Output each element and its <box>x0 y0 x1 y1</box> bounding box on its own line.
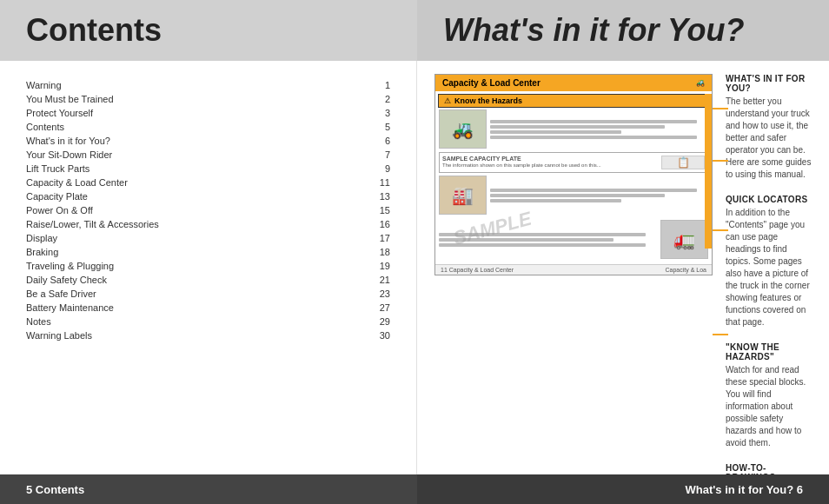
toc-page: 7 <box>317 148 390 162</box>
main-content: Warning 1 You Must be Trained 2 Protect … <box>0 61 829 474</box>
preview-footer: 11 Capacity & Load Center Capacity & Loa <box>435 264 712 275</box>
toc-label: Battery Maintenance <box>26 301 317 315</box>
know-hazards-heading: "KNOW THE HAZARDS" <box>726 342 812 361</box>
toc-row: Contents 5 <box>26 120 390 134</box>
preview-lines-1 <box>490 109 708 149</box>
toc-label: Traveling & Plugging <box>26 259 317 273</box>
whats-in-it-text: The better you understand your truck and… <box>726 96 812 181</box>
toc-label: Warning Labels <box>26 328 317 342</box>
toc-row: Daily Safety Check 21 <box>26 273 390 287</box>
sample-plate: SAMPLE CAPACITY PLATE The information sh… <box>439 152 708 173</box>
toc-page: 30 <box>317 328 390 342</box>
toc-label: Braking <box>26 245 317 259</box>
toc-page: 11 <box>317 176 390 189</box>
text-line <box>490 194 665 197</box>
preview-image-3: 🚛 <box>660 220 708 259</box>
toc-label: What's in it for You? <box>26 134 317 148</box>
forklift-img-1: 🚜 <box>452 119 474 140</box>
toc-page: 17 <box>317 231 390 245</box>
toc-table: Warning 1 You Must be Trained 2 Protect … <box>26 78 390 342</box>
toc-page: 5 <box>317 120 390 134</box>
hazard-label: Know the Hazards <box>454 96 522 105</box>
preview-title: Capacity & Load Center <box>442 78 541 88</box>
toc-panel: Warning 1 You Must be Trained 2 Protect … <box>0 61 417 474</box>
toc-label: Capacity Plate <box>26 189 317 203</box>
toc-row: Lift Truck Parts 9 <box>26 162 390 176</box>
know-hazards-text: Watch for and read these special blocks.… <box>726 364 812 449</box>
page-header: Contents What's in it for You? <box>0 0 829 61</box>
toc-label: Capacity & Load Center <box>26 176 317 189</box>
toc-page: 18 <box>317 245 390 259</box>
preview-image-2: 🏭 <box>439 176 487 215</box>
footer-right: What's in it for You? 6 <box>417 474 829 504</box>
toc-row: Notes 29 <box>26 315 390 328</box>
footer-left: 5 Contents <box>0 474 417 504</box>
toc-row: Protect Yourself 3 <box>26 106 390 120</box>
toc-label: Display <box>26 231 317 245</box>
toc-page: 16 <box>317 217 390 231</box>
toc-page: 29 <box>317 315 390 328</box>
forklift-img-3: 🚛 <box>673 229 695 250</box>
toc-page: 27 <box>317 301 390 315</box>
descriptions-panel: WHAT'S IN IT FOR YOU? The better you und… <box>726 74 812 461</box>
toc-label: Raise/Lower, Tilt & Accessories <box>26 217 317 231</box>
text-line <box>490 199 621 202</box>
text-line <box>490 120 697 123</box>
toc-page: 13 <box>317 189 390 203</box>
toc-row: Braking 18 <box>26 245 390 259</box>
preview-header: Capacity & Load Center 🚜 <box>435 75 712 91</box>
how-to-drawings-heading: HOW-TO-DRAWINGS <box>726 463 812 474</box>
text-line <box>490 130 621 134</box>
forklift-img-2: 🏭 <box>452 185 474 206</box>
toc-label: Protect Yourself <box>26 106 317 120</box>
text-line <box>490 189 697 192</box>
toc-row: Traveling & Plugging 19 <box>26 259 390 273</box>
whats-in-it-title: What's in it for You? <box>443 12 745 49</box>
toc-label: Lift Truck Parts <box>26 162 317 176</box>
preview-row-1: 🚜 <box>435 109 712 149</box>
toc-row: Warning 1 <box>26 78 390 92</box>
toc-page: 21 <box>317 273 390 287</box>
contents-title: Contents <box>26 12 162 49</box>
know-hazards-section: "KNOW THE HAZARDS" Watch for and read th… <box>726 342 812 449</box>
toc-page: 23 <box>317 287 390 301</box>
toc-page: 15 <box>317 203 390 217</box>
toc-row: What's in it for You? 6 <box>26 134 390 148</box>
toc-page: 9 <box>317 162 390 176</box>
text-line <box>490 125 665 129</box>
toc-page: 1 <box>317 78 390 92</box>
toc-page: 3 <box>317 106 390 120</box>
toc-page: 6 <box>317 134 390 148</box>
preview-image-1: 🚜 <box>439 109 487 149</box>
preview-row-2: 🏭 <box>435 176 712 215</box>
toc-row: Capacity & Load Center 11 <box>26 176 390 189</box>
footer-left-label: 5 Contents <box>26 483 84 496</box>
whats-in-it-section: WHAT'S IN IT FOR YOU? The better you und… <box>726 74 812 181</box>
footer-right-label: What's in it for You? 6 <box>686 483 804 496</box>
toc-row: Power On & Off 15 <box>26 203 390 217</box>
whats-in-it-heading: WHAT'S IN IT FOR YOU? <box>726 74 812 93</box>
hazard-bar: ⚠ Know the Hazards <box>438 94 709 108</box>
page-preview-wrapper: Capacity & Load Center 🚜 ⚠ Know the Haza… <box>434 74 713 461</box>
toc-row: Raise/Lower, Tilt & Accessories 16 <box>26 217 390 231</box>
header-left: Contents <box>0 0 417 61</box>
toc-label: Warning <box>26 78 317 92</box>
how-to-drawings-section: HOW-TO-DRAWINGS On many pages you will f… <box>726 463 812 474</box>
header-right: What's in it for You? <box>417 0 829 61</box>
toc-row: Capacity Plate 13 <box>26 189 390 203</box>
toc-row: Your Sit-Down Rider 7 <box>26 148 390 162</box>
page-preview: Capacity & Load Center 🚜 ⚠ Know the Haza… <box>434 74 713 275</box>
toc-label: Be a Safe Driver <box>26 287 317 301</box>
quick-locators-text: In addition to the "Contents" page you c… <box>726 207 812 328</box>
plate-image: 📋 <box>661 156 705 169</box>
footer-right-text: Capacity & Loa <box>666 267 706 273</box>
toc-label: Power On & Off <box>26 203 317 217</box>
toc-label: Your Sit-Down Rider <box>26 148 317 162</box>
toc-row: Be a Safe Driver 23 <box>26 287 390 301</box>
quick-locators-heading: QUICK LOCATORS <box>726 195 812 204</box>
toc-label: Contents <box>26 120 317 134</box>
toc-label: Notes <box>26 315 317 328</box>
quick-locators-section: QUICK LOCATORS In addition to the "Conte… <box>726 195 812 328</box>
plate-label: SAMPLE CAPACITY PLATE The information sh… <box>442 156 659 169</box>
toc-label: You Must be Trained <box>26 92 317 106</box>
